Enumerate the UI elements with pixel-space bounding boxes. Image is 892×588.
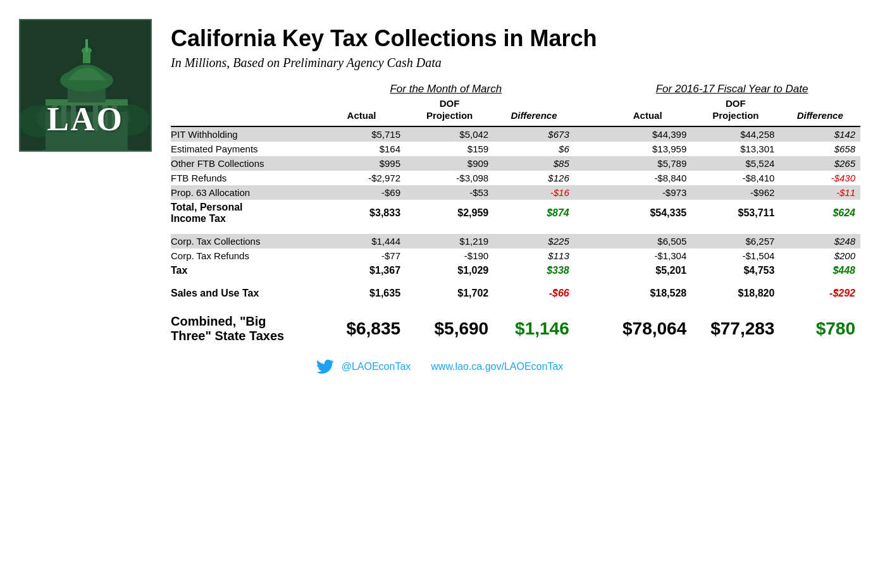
corp-fy-actual: $5,201: [604, 263, 691, 278]
pit-fy-proj: $53,711: [691, 200, 779, 226]
spacer: [171, 301, 860, 311]
fy-proj-header: Projection: [691, 110, 779, 126]
fy-actual-header: Actual: [604, 110, 691, 126]
col-header-row: Actual Projection Difference Actual Proj…: [171, 110, 860, 126]
logo-text: LAO: [47, 101, 124, 138]
row-label: Estimated Payments: [171, 142, 318, 156]
header-content: California Key Tax Collections in March …: [171, 19, 860, 346]
row-label: FTB Refunds: [171, 171, 318, 185]
cell-fy-diff: -$11: [779, 185, 860, 200]
cell-m-proj: -$53: [406, 185, 493, 200]
spacer: [171, 226, 860, 234]
sales-fy-diff: -$292: [779, 286, 860, 301]
cell-m-diff: $113: [493, 248, 574, 263]
table-row: Estimated Payments $164 $159 $6 $13,959 …: [171, 142, 860, 156]
big-m-actual: $6,835: [318, 311, 406, 346]
cell-m-diff: $6: [493, 142, 574, 156]
cell-m-actual: -$2,972: [318, 171, 406, 185]
data-table: For the Month of March For 2016-17 Fisca…: [171, 83, 860, 346]
pit-fy-actual: $54,335: [604, 200, 691, 226]
pit-total-row: Total, Personal Income Tax $3,833 $2,959…: [171, 200, 860, 226]
row-label: Other FTB Collections: [171, 156, 318, 171]
cell-fy-proj: $5,524: [691, 156, 779, 171]
cell-fy-diff: $658: [779, 142, 860, 156]
month-proj-header: Projection: [406, 110, 493, 126]
pit-m-diff: $874: [493, 200, 574, 226]
cell-m-actual: -$77: [318, 248, 406, 263]
spacer: [171, 278, 860, 286]
corp-fy-proj: $4,753: [691, 263, 779, 278]
sales-tax-row: Sales and Use Tax $1,635 $1,702 -$66 $18…: [171, 286, 860, 301]
month-diff-header: Difference: [493, 110, 574, 126]
row-label: PIT Withholding: [171, 126, 318, 142]
cell-fy-proj: -$8,410: [691, 171, 779, 185]
svg-rect-18: [42, 150, 131, 152]
cell-m-proj: $1,219: [406, 234, 493, 248]
month-actual-header: Actual: [318, 110, 406, 126]
corp-m-actual: $1,367: [318, 263, 406, 278]
corp-m-proj: $1,029: [406, 263, 493, 278]
corp-fy-diff: $448: [779, 263, 860, 278]
month-dof-label: DOF: [406, 98, 493, 110]
cell-fy-diff: $248: [779, 234, 860, 248]
cell-m-diff: $225: [493, 234, 574, 248]
table-row: Other FTB Collections $995 $909 $85 $5,7…: [171, 156, 860, 171]
sales-fy-proj: $18,820: [691, 286, 779, 301]
corp-total-label: Tax: [171, 263, 318, 278]
corp-total-row: Tax $1,367 $1,029 $338 $5,201 $4,753 $44…: [171, 263, 860, 278]
sales-m-proj: $1,702: [406, 286, 493, 301]
big-m-diff: $1,146: [493, 311, 574, 346]
table-row: Corp. Tax Collections $1,444 $1,219 $225…: [171, 234, 860, 248]
cell-fy-actual: $13,959: [604, 142, 691, 156]
cell-m-diff: $85: [493, 156, 574, 171]
cell-fy-proj: -$1,504: [691, 248, 779, 263]
sales-fy-actual: $18,528: [604, 286, 691, 301]
big-three-row: Combined, "Big Three" State Taxes $6,835…: [171, 311, 860, 346]
cell-m-proj: $5,042: [406, 126, 493, 142]
cell-m-diff: $673: [493, 126, 574, 142]
table-row: PIT Withholding $5,715 $5,042 $673 $44,3…: [171, 126, 860, 142]
big-m-proj: $5,690: [406, 311, 493, 346]
cell-fy-actual: -$973: [604, 185, 691, 200]
cell-m-actual: $164: [318, 142, 406, 156]
cell-m-proj: $909: [406, 156, 493, 171]
big-fy-diff: $780: [779, 311, 860, 346]
cell-fy-actual: $6,505: [604, 234, 691, 248]
cell-fy-diff: -$430: [779, 171, 860, 185]
sales-m-actual: $1,635: [318, 286, 406, 301]
cell-fy-actual: $44,399: [604, 126, 691, 142]
page-title: California Key Tax Collections in March: [171, 25, 860, 52]
cell-fy-actual: -$1,304: [604, 248, 691, 263]
cell-fy-proj: $44,258: [691, 126, 779, 142]
fy-diff-header: Difference: [779, 110, 860, 126]
fy-dof-label: DOF: [691, 98, 779, 110]
pit-m-actual: $3,833: [318, 200, 406, 226]
cell-m-diff: -$16: [493, 185, 574, 200]
svg-rect-19: [46, 147, 128, 150]
cell-m-proj: -$190: [406, 248, 493, 263]
cell-fy-actual: -$8,840: [604, 171, 691, 185]
logo: LAO: [19, 19, 152, 152]
row-label: Corp. Tax Collections: [171, 234, 318, 248]
cell-m-actual: $995: [318, 156, 406, 171]
pit-fy-diff: $624: [779, 200, 860, 226]
pit-m-proj: $2,959: [406, 200, 493, 226]
pit-total-label: Total, Personal Income Tax: [171, 200, 318, 226]
cell-fy-proj: -$962: [691, 185, 779, 200]
cell-m-actual: -$69: [318, 185, 406, 200]
cell-fy-diff: $200: [779, 248, 860, 263]
twitter-handle: @LAOEconTax: [342, 361, 411, 372]
cell-m-proj: -$3,098: [406, 171, 493, 185]
twitter-icon: [316, 359, 334, 374]
svg-rect-17: [85, 39, 88, 52]
dof-row: DOF DOF: [171, 98, 860, 110]
table-row: Prop. 63 Allocation -$69 -$53 -$16 -$973…: [171, 185, 860, 200]
cell-fy-actual: $5,789: [604, 156, 691, 171]
cell-fy-proj: $13,301: [691, 142, 779, 156]
website-url: www.lao.ca.gov/LAOEconTax: [431, 361, 563, 372]
cell-fy-diff: $265: [779, 156, 860, 171]
row-label: Prop. 63 Allocation: [171, 185, 318, 200]
footer: @LAOEconTax www.lao.ca.gov/LAOEconTax: [19, 359, 860, 374]
table-row: FTB Refunds -$2,972 -$3,098 $126 -$8,840…: [171, 171, 860, 185]
page-subtitle: In Millions, Based on Preliminary Agency…: [171, 56, 860, 70]
